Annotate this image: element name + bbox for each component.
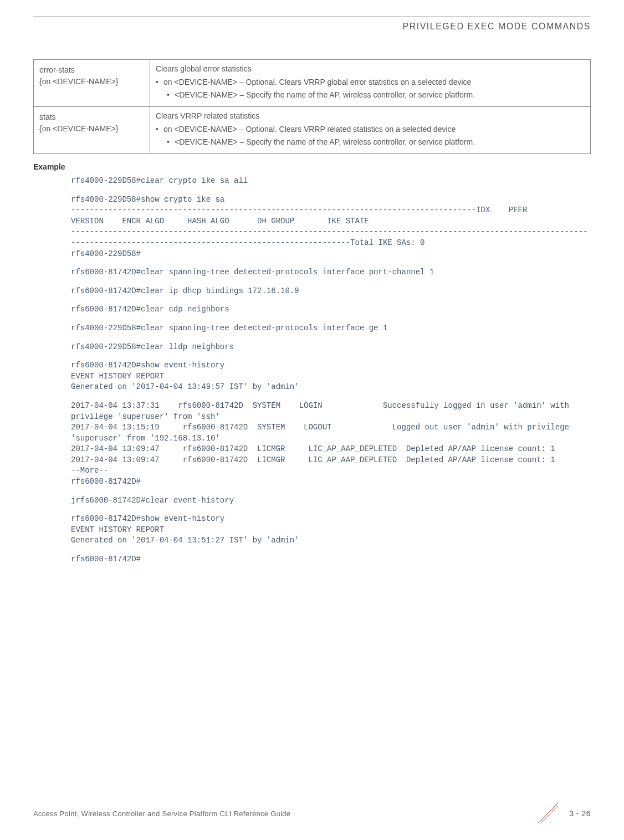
param-desc-bullet: on <DEVICE-NAME> – Optional. Clears VRRP…	[156, 124, 585, 135]
param-name-cell: error-stats {on <DEVICE-NAME>}	[34, 60, 150, 107]
code-block: rfs6000-81742D#clear spanning-tree detec…	[71, 267, 591, 278]
param-name-line: stats	[39, 111, 144, 123]
param-desc-bullet: on <DEVICE-NAME> – Optional. Clears VRRP…	[156, 76, 585, 88]
code-block: rfs6000-81742D#show event-history EVENT …	[71, 514, 591, 546]
example-heading: Example	[33, 162, 591, 171]
param-desc-cell: Clears global error statistics on <DEVIC…	[150, 60, 591, 107]
param-name-line: {on <DEVICE-NAME>}	[39, 123, 144, 135]
page-corner-icon	[538, 803, 558, 823]
code-block: rfs4000-229D58#clear lldp neighbors	[71, 342, 591, 353]
code-block: jrfs6000-81742D#clear event-history	[71, 495, 591, 506]
table-row: error-stats {on <DEVICE-NAME>} Clears gl…	[34, 60, 591, 107]
code-block: rfs6000-81742D#clear ip dhcp bindings 17…	[71, 286, 591, 297]
param-desc-head: Clears global error statistics	[156, 64, 585, 73]
param-desc-bullet: <DEVICE-NAME> – Specify the name of the …	[156, 136, 585, 148]
code-block: rfs4000-229D58#clear spanning-tree detec…	[71, 323, 591, 334]
code-block: rfs4000-229D58#clear crypto ike sa all	[71, 176, 591, 187]
page-footer: Access Point, Wireless Controller and Se…	[33, 803, 591, 823]
footer-right: 3 - 26	[538, 803, 591, 823]
param-desc-head: Clears VRRP related statistics	[156, 111, 585, 120]
param-name-line: {on <DEVICE-NAME>}	[39, 76, 144, 88]
code-block: 2017-04-04 13:37:31 rfs6000-81742D SYSTE…	[71, 401, 591, 488]
code-block: rfs6000-81742D#	[71, 554, 591, 565]
param-name-cell: stats {on <DEVICE-NAME>}	[34, 107, 150, 154]
page-header-title: PRIVILEGED EXEC MODE COMMANDS	[33, 22, 591, 32]
param-desc-cell: Clears VRRP related statistics on <DEVIC…	[150, 107, 591, 154]
header-rule	[33, 17, 591, 17]
param-desc-bullet: <DEVICE-NAME> – Specify the name of the …	[156, 89, 585, 101]
page-number: 3 - 26	[569, 809, 591, 818]
code-block: rfs4000-229D58#show crypto ike sa ------…	[71, 194, 591, 260]
code-block: rfs6000-81742D#clear cdp neighbors	[71, 304, 591, 315]
param-name-line: error-stats	[39, 64, 144, 76]
table-row: stats {on <DEVICE-NAME>} Clears VRRP rel…	[34, 107, 591, 154]
footer-text: Access Point, Wireless Controller and Se…	[33, 810, 290, 818]
parameter-table: error-stats {on <DEVICE-NAME>} Clears gl…	[33, 59, 591, 154]
code-block: rfs6000-81742D#show event-history EVENT …	[71, 360, 591, 393]
